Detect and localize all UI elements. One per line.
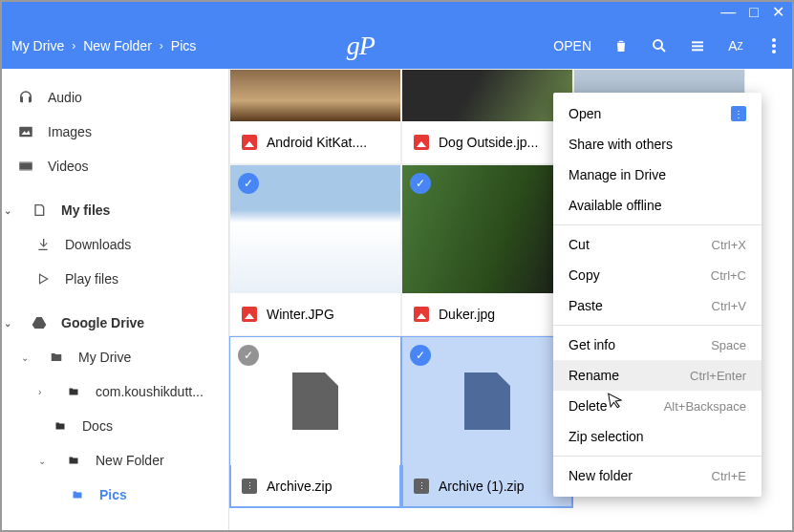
keyboard-shortcut: Alt+Backspace — [664, 399, 746, 414]
sidebar-item-playfiles[interactable]: Play files — [2, 262, 228, 296]
sidebar-label: Downloads — [65, 237, 131, 252]
sidebar-label: My files — [61, 202, 110, 218]
sidebar-item-mydrive[interactable]: ⌄My Drive — [2, 340, 228, 374]
selection-check-icon[interactable]: ✓ — [410, 173, 431, 194]
svg-point-7 — [772, 50, 776, 53]
file-tile[interactable]: ✓ ⋮Archive.zip — [229, 336, 401, 508]
app-badge-icon: ⋮ — [731, 106, 746, 121]
image-file-icon — [242, 307, 257, 322]
selection-check-icon[interactable]: ✓ — [238, 173, 259, 194]
file-name: Dog Outside.jp... — [439, 135, 538, 150]
file-name: Winter.JPG — [267, 307, 334, 322]
menu-item-label: Available offline — [569, 198, 662, 213]
keyboard-shortcut: Ctrl+X — [712, 238, 746, 252]
sort-icon[interactable]: AZ — [727, 37, 744, 54]
folder-icon — [48, 349, 65, 366]
folder-icon — [52, 417, 69, 435]
svg-marker-13 — [40, 274, 48, 283]
sidebar-item-videos[interactable]: Videos — [2, 149, 228, 183]
context-menu-item[interactable]: RenameCtrl+Enter — [553, 360, 762, 391]
file-name: Archive.zip — [267, 479, 332, 494]
breadcrumb-item[interactable]: Pics — [171, 38, 196, 53]
sidebar-item-com[interactable]: ›com.koushikdutt... — [2, 374, 228, 409]
chevron-down-icon: ⌄ — [4, 205, 13, 216]
context-menu-item[interactable]: Zip selection — [553, 421, 762, 452]
image-file-icon — [414, 307, 429, 322]
folder-icon — [65, 383, 82, 400]
svg-point-0 — [654, 40, 662, 49]
file-name: Duker.jpg — [439, 307, 495, 322]
sidebar-label: Play files — [65, 271, 118, 287]
sidebar-item-downloads[interactable]: Downloads — [2, 227, 228, 262]
context-menu-item[interactable]: Get infoSpace — [553, 330, 762, 360]
menu-item-label: Paste — [569, 298, 603, 313]
delete-icon[interactable] — [612, 37, 630, 54]
context-menu-item[interactable]: Open⋮ — [553, 98, 762, 129]
close-button[interactable]: ✕ — [772, 5, 784, 20]
svg-rect-11 — [19, 162, 32, 164]
menu-item-label: Cut — [569, 237, 590, 252]
context-menu-item[interactable]: CopyCtrl+C — [553, 260, 762, 290]
menu-item-label: Delete — [569, 398, 607, 414]
sidebar-label: Audio — [48, 90, 82, 105]
window-titlebar: — □ ✕ — [2, 2, 792, 23]
context-menu-item[interactable]: Share with others — [553, 129, 762, 160]
context-menu-item[interactable]: PasteCtrl+V — [553, 290, 762, 321]
sd-card-icon — [31, 202, 48, 219]
menu-item-label: Zip selection — [569, 429, 644, 444]
menu-item-label: New folder — [569, 468, 633, 483]
menu-separator — [553, 456, 762, 457]
sidebar-item-gdrive[interactable]: ⌄Google Drive — [2, 306, 228, 340]
context-menu-item[interactable]: CutCtrl+X — [553, 229, 762, 260]
file-name: Archive (1).zip — [439, 479, 524, 494]
maximize-button[interactable]: □ — [749, 5, 759, 20]
menu-item-label: Open — [569, 106, 601, 121]
sidebar-item-pics[interactable]: Pics — [2, 478, 228, 512]
sidebar-item-audio[interactable]: Audio — [2, 80, 228, 115]
selection-check-icon[interactable]: ✓ — [410, 345, 431, 366]
selection-check-icon[interactable]: ✓ — [238, 345, 259, 366]
svg-rect-4 — [692, 49, 703, 51]
chevron-right-icon: › — [160, 39, 163, 53]
sidebar-label: Pics — [99, 487, 127, 502]
svg-line-1 — [661, 48, 665, 52]
context-menu-item[interactable]: DeleteAlt+Backspace — [553, 391, 762, 421]
menu-item-label: Manage in Drive — [569, 167, 666, 182]
sidebar-item-images[interactable]: Images — [2, 115, 228, 149]
image-file-icon — [242, 135, 257, 150]
context-menu: Open⋮Share with othersManage in DriveAva… — [553, 93, 762, 497]
context-menu-item[interactable]: New folderCtrl+E — [553, 460, 762, 491]
context-menu-item[interactable]: Manage in Drive — [553, 160, 762, 190]
chevron-right-icon: › — [72, 39, 75, 53]
chevron-down-icon: ⌄ — [4, 318, 13, 329]
breadcrumb-item[interactable]: My Drive — [11, 38, 64, 53]
file-name: Android KitKat.... — [267, 135, 367, 150]
keyboard-shortcut: Ctrl+C — [711, 268, 746, 283]
file-tile[interactable]: ✓ Duker.jpg — [401, 164, 573, 336]
sidebar-item-myfiles[interactable]: ⌄My files — [2, 193, 228, 227]
sidebar-label: Google Drive — [61, 315, 144, 330]
sidebar-label: Images — [48, 124, 92, 139]
breadcrumb: My Drive › New Folder › Pics — [11, 38, 196, 53]
file-tile[interactable]: ✓ ⋮Archive (1).zip — [401, 336, 573, 508]
file-tile[interactable]: ✓ Winter.JPG — [229, 164, 401, 336]
video-icon — [17, 158, 34, 175]
zip-file-icon: ⋮ — [414, 479, 429, 494]
breadcrumb-item[interactable]: New Folder — [83, 38, 152, 53]
file-tile[interactable]: Android KitKat.... — [229, 69, 401, 164]
open-button[interactable]: OPEN — [553, 38, 591, 53]
minimize-button[interactable]: — — [720, 5, 736, 20]
chevron-down-icon: ⌄ — [21, 352, 31, 363]
file-tile[interactable]: Dog Outside.jp... — [401, 69, 573, 164]
sidebar-item-docs[interactable]: Docs — [2, 409, 228, 443]
keyboard-shortcut: Ctrl+E — [712, 469, 746, 483]
svg-marker-14 — [32, 317, 47, 329]
more-icon[interactable] — [765, 37, 783, 54]
sidebar-label: Videos — [48, 159, 89, 174]
zip-file-icon: ⋮ — [242, 479, 257, 494]
sidebar-item-newfolder[interactable]: ⌄New Folder — [2, 443, 228, 478]
search-icon[interactable] — [651, 37, 668, 54]
context-menu-item[interactable]: Available offline — [553, 190, 762, 221]
menu-item-label: Copy — [569, 267, 600, 283]
view-list-icon[interactable] — [689, 37, 706, 54]
